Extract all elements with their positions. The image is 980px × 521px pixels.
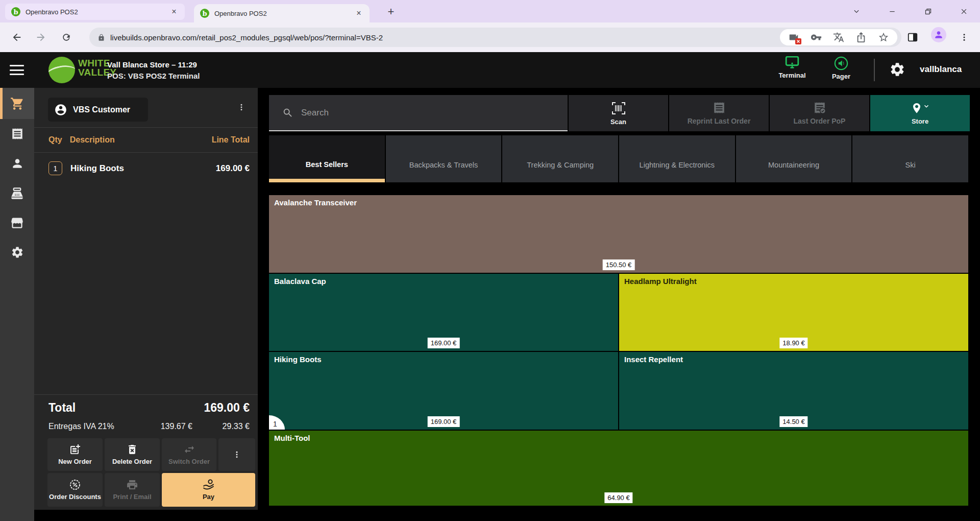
sidebar-item-receipts[interactable] xyxy=(0,119,34,149)
product-tile-hiking-boots[interactable]: Hiking Boots 1 169.00 € xyxy=(269,352,618,430)
browser-tab-bar: b Openbravo POS2 × b Openbravo POS2 × + xyxy=(0,0,980,22)
product-name: Multi-Tool xyxy=(274,434,310,442)
store-selector-button[interactable]: Store xyxy=(870,95,970,131)
forward-icon[interactable] xyxy=(33,29,49,45)
browser-tab-2-active[interactable]: b Openbravo POS2 × xyxy=(194,4,370,22)
more-actions-button[interactable] xyxy=(218,438,255,471)
hamburger-menu-icon[interactable] xyxy=(10,65,24,75)
total-value: 169.00 € xyxy=(204,401,250,415)
category-tab-trekking-camping[interactable]: Trekking & Camping xyxy=(502,135,618,182)
category-tab-mountaineering[interactable]: Mountaineering xyxy=(736,135,852,182)
translate-icon[interactable] xyxy=(833,32,844,43)
side-panel-icon[interactable] xyxy=(904,29,921,45)
window-minimize-button[interactable] xyxy=(876,0,909,22)
product-tile-headlamp-ultralight[interactable]: Headlamp Ultralight 18.90 € xyxy=(619,274,968,351)
omnibox-trailing-icons xyxy=(780,29,897,45)
product-tile-insect-repellent[interactable]: Insect Repellent 14.50 € xyxy=(619,352,968,430)
new-order-button[interactable]: New Order xyxy=(47,438,103,471)
switch-order-button[interactable]: Switch Order xyxy=(162,438,216,471)
terminal-button[interactable]: Terminal xyxy=(771,56,814,79)
reprint-last-order-button[interactable]: Reprint Last Order xyxy=(669,95,769,131)
camera-blocked-icon[interactable] xyxy=(788,32,799,43)
barcode-scan-icon xyxy=(611,101,626,115)
tab-close-icon[interactable]: × xyxy=(354,9,363,18)
order-actions: New Order Delete Order Switch Order Orde… xyxy=(47,438,255,507)
terminal-monitor-icon xyxy=(785,56,800,69)
reload-icon[interactable] xyxy=(58,29,75,45)
scan-button[interactable]: Scan xyxy=(569,95,668,131)
line-description: Hiking Boots xyxy=(70,163,124,174)
order-panel: VBS Customer Qty Description Line Total … xyxy=(34,88,258,510)
store-name-time: Vall Blanca Store – 11:29 xyxy=(107,59,200,70)
password-key-icon[interactable] xyxy=(811,32,822,43)
tab-title: Openbravo POS2 xyxy=(26,8,164,16)
cash-register-icon xyxy=(10,186,24,200)
category-tab-ski[interactable]: Ski xyxy=(852,135,968,182)
category-tab-best-sellers[interactable]: Best Sellers xyxy=(269,135,385,182)
delete-order-button[interactable]: Delete Order xyxy=(105,438,160,471)
url-text[interactable]: livebuilds.openbravo.com/retail_pos2_mod… xyxy=(110,33,780,42)
sidebar-item-cash-register[interactable] xyxy=(0,178,34,208)
pager-label: Pager xyxy=(832,73,850,80)
product-tile-avalanche-transceiver[interactable]: Avalanche Transceiver 150.50 € xyxy=(269,195,968,273)
window-close-button[interactable] xyxy=(947,0,980,22)
person-icon xyxy=(11,157,24,170)
sidebar-item-customers[interactable] xyxy=(0,149,34,178)
product-name: Balaclava Cap xyxy=(274,277,326,286)
category-tab-backpacks-travels[interactable]: Backpacks & Travels xyxy=(386,135,502,182)
back-icon[interactable] xyxy=(9,29,25,45)
pos-header: WHITEVALLEY Vall Blanca Store – 11:29 PO… xyxy=(0,52,980,88)
search-input[interactable] xyxy=(301,108,526,118)
product-name: Avalanche Transceiver xyxy=(274,198,357,207)
logged-in-username[interactable]: vallblanca xyxy=(920,64,962,75)
product-tile-multi-tool[interactable]: Multi-Tool 64.90 € xyxy=(269,431,968,506)
product-tile-balaclava-cap[interactable]: Balaclava Cap 169.00 € xyxy=(269,274,618,351)
pager-button[interactable]: Pager xyxy=(820,56,863,80)
openbravo-favicon: b xyxy=(11,7,20,16)
product-price: 150.50 € xyxy=(603,259,635,270)
product-price: 64.90 € xyxy=(604,492,632,503)
bookmark-star-icon[interactable] xyxy=(878,32,889,43)
browser-tab-1[interactable]: b Openbravo POS2 × xyxy=(5,4,185,20)
product-search[interactable] xyxy=(269,95,568,131)
category-label: Backpacks & Travels xyxy=(409,161,478,169)
share-icon[interactable] xyxy=(855,32,867,43)
tax-base: 139.67 € xyxy=(131,422,192,431)
left-sidebar xyxy=(0,88,34,521)
order-discounts-icon xyxy=(69,479,81,491)
window-restore-button[interactable] xyxy=(912,0,944,22)
customer-selector[interactable]: VBS Customer xyxy=(48,98,148,122)
product-name: Headlamp Ultralight xyxy=(624,277,697,286)
sidebar-item-sales-cart[interactable] xyxy=(0,88,34,119)
main-topbar: Scan Reprint Last Order Last Order PoP S… xyxy=(269,95,970,131)
settings-gear-icon[interactable] xyxy=(889,61,905,78)
last-order-pop-button[interactable]: Last Order PoP xyxy=(770,95,869,131)
product-price: 18.90 € xyxy=(779,338,807,348)
order-discounts-button[interactable]: Order Discounts xyxy=(47,473,103,507)
terminal-label: Terminal xyxy=(778,72,805,79)
cart-icon xyxy=(10,97,24,111)
category-label: Lightning & Electronics xyxy=(640,161,715,169)
browser-menu-icon[interactable] xyxy=(960,31,969,44)
pos-terminal-name: POS: VBS POS2 Terminal xyxy=(107,70,200,82)
product-qty-badge: 1 xyxy=(269,415,285,430)
tab-search-chevron-icon[interactable] xyxy=(840,0,873,22)
sidebar-item-settings[interactable] xyxy=(0,238,34,267)
order-line-row[interactable]: 1 Hiking Boots 169.00 € xyxy=(34,153,258,183)
product-price: 169.00 € xyxy=(428,416,460,427)
profile-avatar[interactable] xyxy=(931,27,946,42)
reprint-icon xyxy=(712,101,726,114)
sidebar-item-store[interactable] xyxy=(0,208,34,238)
print-email-button[interactable]: Print / Email xyxy=(105,473,160,507)
tab-close-icon[interactable]: × xyxy=(169,7,179,16)
pager-speaker-icon xyxy=(834,56,848,70)
new-tab-button[interactable]: + xyxy=(384,5,398,19)
gear-icon xyxy=(11,246,24,259)
order-menu-dots-icon[interactable] xyxy=(237,101,246,113)
category-tab-lightning-electronics[interactable]: Lightning & Electronics xyxy=(619,135,735,182)
customer-name: VBS Customer xyxy=(73,105,130,114)
address-bar[interactable]: livebuilds.openbravo.com/retail_pos2_mod… xyxy=(89,28,901,47)
pay-button[interactable]: Pay xyxy=(162,473,255,507)
print-email-icon xyxy=(126,479,138,491)
product-grid: Avalanche Transceiver 150.50 € Balaclava… xyxy=(269,195,968,506)
